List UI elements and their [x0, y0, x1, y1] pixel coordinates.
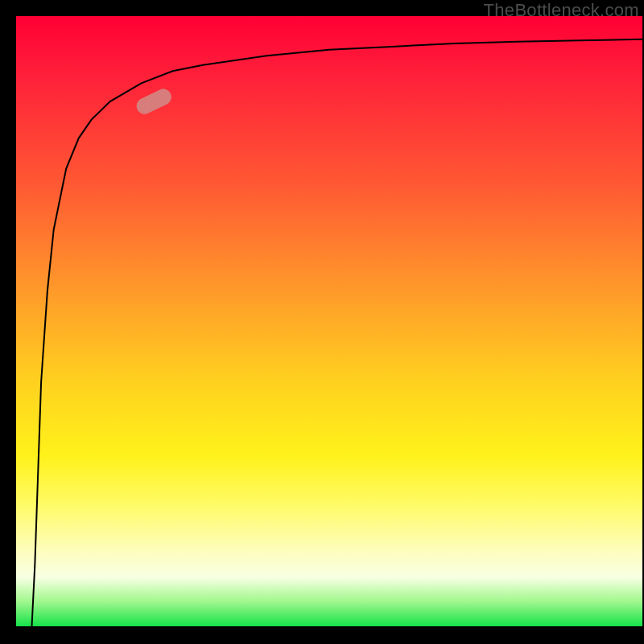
plot-frame: TheBottleneck.com: [0, 0, 644, 644]
watermark-text: TheBottleneck.com: [484, 0, 639, 21]
plot-gradient-area: [16, 16, 642, 626]
